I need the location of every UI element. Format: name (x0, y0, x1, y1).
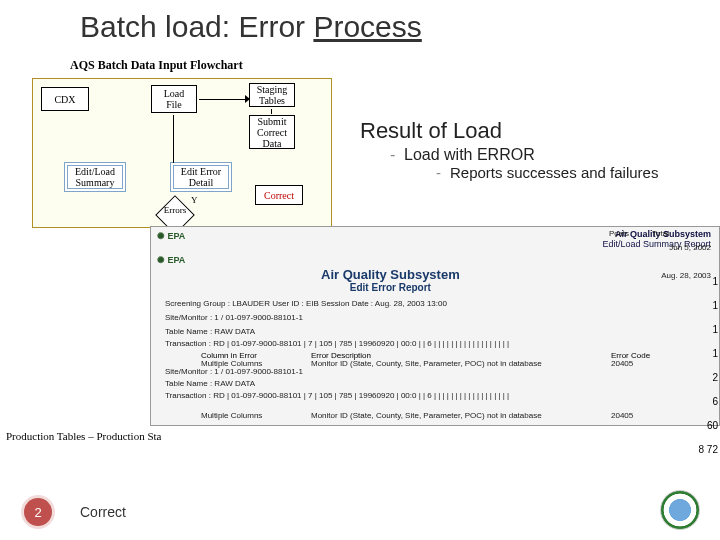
report-err1-b: Monitor ID (State, County, Site, Paramet… (311, 359, 542, 368)
flow-arrow (271, 109, 272, 114)
side-numbers: 1 1 1 1 2 6 60 8 72 (699, 270, 718, 462)
flow-box-load-file: Load File (151, 85, 197, 113)
flow-box-cdx: CDX (41, 87, 89, 111)
flow-box-staging-tables: Staging Tables (249, 83, 295, 107)
report-sitemon-1: Site/Monitor : 1 / 01-097-9000-88101-1 (165, 313, 303, 322)
title-underlined: Process (313, 10, 421, 43)
bullet-reports: -Reports successes and failures (436, 164, 658, 181)
col-total: Total (652, 229, 669, 238)
report-sitemon-2: Site/Monitor : 1 / 01-097-9000-88101-1 (165, 367, 303, 376)
epa-wordmark-2: ✺ EPA (157, 255, 185, 265)
flow-box-edit-load-summary: Edit/Load Summary (67, 165, 123, 189)
flow-decision-label: Errors (153, 205, 197, 215)
flow-branch-yes: Y (191, 195, 198, 205)
flow-arrow (199, 99, 247, 100)
report-table-1: Table Name : RAW DATA (165, 327, 255, 336)
report-screening-row: Screening Group : LBAUDER User ID : EIB … (165, 299, 447, 308)
bullet-load-with-error: -Load with ERROR (390, 146, 658, 164)
flowchart-panel: CDX Load File Staging Tables Submit Corr… (32, 78, 332, 228)
report-tx-1: Transaction : RD | 01-097-9000-88101 | 7… (165, 339, 509, 348)
epa-wordmark: ✺ EPA (157, 231, 185, 241)
title-text: Batch load: Error (80, 10, 313, 43)
report-date-1: Jun 5, 2002 (669, 243, 711, 252)
col-pcats: Pcats (609, 229, 629, 238)
bottom-correct-label: Correct (80, 504, 126, 520)
report-err2-b: Monitor ID (State, County, Site, Paramet… (311, 411, 542, 420)
slide: Batch load: Error Process AQS Batch Data… (0, 0, 720, 540)
epa-logo-icon (660, 490, 700, 530)
page-number-badge: 2 (24, 498, 52, 526)
report-table-2: Table Name : RAW DATA (165, 379, 255, 388)
flow-box-submit-correct-data: Submit Correct Data (249, 115, 295, 149)
flow-box-edit-error-detail: Edit Error Detail (173, 165, 229, 189)
report-err2-a: Multiple Columns (201, 411, 262, 420)
flow-arrow (173, 115, 174, 163)
slide-title: Batch load: Error Process (80, 10, 422, 44)
flowchart-heading: AQS Batch Data Input Flowchart (70, 58, 243, 73)
report-err1-c: 20405 (611, 359, 633, 368)
production-tables-label: Production Tables – Production Sta (6, 430, 161, 442)
result-bullets: -Load with ERROR -Reports successes and … (390, 146, 658, 181)
report-big-title: Air Quality Subsystem Edit Error Report (321, 267, 460, 293)
report-screenshot: ✺ EPA Air Quality Subsystem Edit/Load Su… (150, 226, 720, 426)
flow-arrow-head (245, 95, 250, 103)
result-heading: Result of Load (360, 118, 502, 144)
flow-box-correct: Correct (255, 185, 303, 205)
report-err2-c: 20405 (611, 411, 633, 420)
report-tx-2: Transaction : RD | 01-097-9000-88101 | 7… (165, 391, 509, 400)
